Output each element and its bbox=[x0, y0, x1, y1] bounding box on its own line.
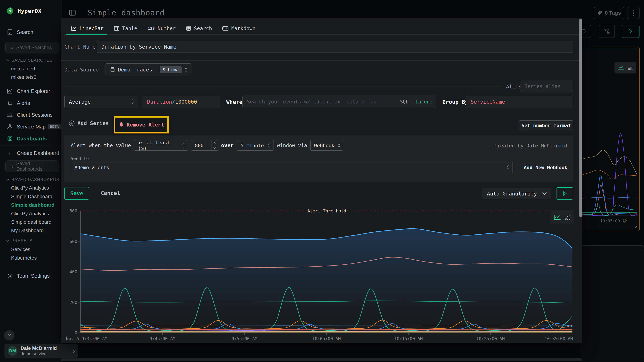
schema-badge: Schema bbox=[160, 66, 182, 73]
saved-searches-input[interactable]: Saved Searches bbox=[5, 42, 59, 53]
help-button[interactable]: ? bbox=[4, 330, 14, 341]
run-query-button[interactable] bbox=[556, 187, 573, 199]
create-dashboard-button[interactable]: Create Dashboard bbox=[0, 149, 62, 158]
tab-markdown[interactable]: Markdown bbox=[222, 24, 256, 33]
saved-dashboard-item-active[interactable]: Simple dashboard bbox=[11, 202, 54, 208]
avatar: DM bbox=[8, 346, 17, 356]
alert-prefix: Alert when the value bbox=[71, 143, 131, 149]
chart-type-toggle[interactable] bbox=[550, 210, 574, 224]
dashboard-play-button[interactable] bbox=[622, 25, 640, 38]
saved-searches-placeholder: Saved Searches bbox=[16, 45, 52, 50]
user-card[interactable]: DM Dale McDiarmid demo-service - › bbox=[4, 344, 78, 358]
preset-item[interactable]: Services bbox=[11, 247, 30, 252]
123-icon: 123 bbox=[148, 26, 155, 31]
saved-dashboard-item[interactable]: ClickPy Analytics bbox=[11, 211, 49, 216]
divider bbox=[0, 39, 62, 39]
saved-dashboard-item[interactable]: ClickPy Analytics bbox=[11, 185, 49, 191]
alert-channel-select[interactable]: Webhook bbox=[310, 140, 343, 151]
horizontal-scrollbar[interactable] bbox=[61, 359, 582, 361]
chart-type-tabs: Line/Bar Table 123 Number Search Markdow… bbox=[71, 24, 256, 33]
add-series-button[interactable]: Add Series bbox=[69, 120, 109, 126]
sidebar-item-chart-explorer[interactable]: Chart Explorer bbox=[0, 86, 62, 96]
sidebar-collapse-button[interactable] bbox=[69, 9, 76, 16]
data-source-label: Data Source bbox=[64, 67, 99, 73]
markdown-icon bbox=[222, 26, 228, 31]
search-events-input[interactable]: Search your events w/ Lucene ex. column:… bbox=[242, 96, 436, 108]
saved-dashboard-item[interactable]: My Dashboard bbox=[11, 228, 44, 233]
saved-searches-header[interactable]: SAVED SEARCHES bbox=[6, 58, 52, 63]
series-field-input[interactable]: Duration/1000000 bbox=[142, 96, 220, 108]
remove-alert-button-highlighted[interactable]: Remove Alert bbox=[114, 116, 169, 134]
play-icon bbox=[628, 29, 633, 34]
presets-header[interactable]: PRESETS bbox=[6, 238, 32, 243]
magnifier-icon bbox=[9, 45, 14, 50]
sidebar-item-team-settings[interactable]: Team Settings bbox=[0, 271, 62, 281]
resize-handle-icon[interactable] bbox=[634, 225, 638, 228]
set-number-format-button[interactable]: Set number format bbox=[519, 120, 573, 130]
preset-item[interactable]: Kubernetes bbox=[11, 255, 37, 261]
bell-icon bbox=[118, 122, 124, 128]
plus-icon bbox=[7, 151, 13, 156]
sidebar-item-label: Client Sessions bbox=[17, 112, 52, 118]
tab-table[interactable]: Table bbox=[114, 24, 137, 33]
saved-dashboards-header[interactable]: SAVED DASHBOARDS bbox=[6, 177, 60, 182]
alert-condition-select[interactable]: is at least (≥) bbox=[134, 140, 188, 151]
help-label: ? bbox=[8, 332, 11, 339]
sidebar-item-service-map[interactable]: Service Map BETA bbox=[0, 122, 62, 132]
service-map-icon bbox=[7, 124, 13, 129]
save-button[interactable]: Save bbox=[64, 187, 89, 199]
alert-window-select[interactable]: 5 minute bbox=[237, 140, 274, 151]
sidebar-item-alerts[interactable]: Alerts bbox=[0, 98, 62, 108]
cancel-button[interactable]: Cancel bbox=[101, 190, 120, 196]
sql-toggle[interactable]: SQL bbox=[400, 99, 408, 105]
brand: HyperDX bbox=[0, 7, 62, 15]
sidebar-item-client-sessions[interactable]: Client Sessions bbox=[0, 110, 62, 120]
dashboard-tile-highlighted[interactable] bbox=[580, 47, 640, 231]
bar-chart-icon[interactable] bbox=[565, 214, 570, 220]
tab-line-bar[interactable]: Line/Bar bbox=[71, 24, 104, 33]
group-by-input[interactable]: ServiceName bbox=[466, 96, 573, 108]
alert-threshold-input[interactable]: 800 bbox=[191, 140, 218, 151]
saved-search-item[interactable]: mikes alert bbox=[11, 66, 35, 72]
search-doc-icon bbox=[7, 29, 13, 35]
bar-chart-icon[interactable] bbox=[628, 65, 634, 70]
chart-type-toggle[interactable] bbox=[614, 62, 636, 73]
tab-search[interactable]: Search bbox=[186, 24, 212, 33]
saved-search-item[interactable]: mikes tets2 bbox=[11, 74, 36, 80]
chart-name-input[interactable] bbox=[97, 41, 573, 53]
line-chart-icon[interactable] bbox=[554, 214, 561, 220]
select-updown-icon bbox=[184, 67, 188, 72]
sidebar-item-search[interactable]: Search bbox=[0, 27, 62, 37]
granularity-select[interactable]: Auto Granularity bbox=[482, 188, 551, 199]
saved-dashboard-item[interactable]: Simple dashboard bbox=[11, 219, 52, 225]
sidebar-item-dashboards[interactable]: Dashboards bbox=[0, 134, 62, 144]
data-source-select[interactable]: Demo Traces Schema bbox=[106, 63, 192, 76]
expr-token: / bbox=[172, 99, 175, 105]
dashboards-icon bbox=[7, 136, 13, 141]
series-alias-input[interactable] bbox=[520, 81, 573, 92]
chevron-down-icon bbox=[6, 240, 9, 242]
tab-number[interactable]: 123 Number bbox=[148, 24, 176, 33]
saved-dashboard-item[interactable]: Simple Dashboard bbox=[11, 194, 52, 199]
number-stepper[interactable] bbox=[211, 140, 218, 151]
dashboard-tile[interactable] bbox=[580, 245, 644, 362]
table-icon bbox=[114, 26, 119, 31]
aggregation-select[interactable]: Average bbox=[64, 96, 138, 108]
where-label: Where bbox=[226, 99, 242, 105]
filter-button[interactable] bbox=[599, 25, 615, 38]
webhook-select[interactable]: #demo-alerts bbox=[71, 162, 513, 173]
svg-text:200: 200 bbox=[70, 300, 77, 305]
svg-text:10:25:00 AM: 10:25:00 AM bbox=[476, 336, 505, 341]
tags-button[interactable]: 0 Tags bbox=[594, 7, 624, 19]
preview-chart-svg: 0200400600800Nov 6 9:35:00 AM9:45:00 AM9… bbox=[65, 204, 573, 343]
saved-dashboards-input[interactable]: Saved Dashboards bbox=[5, 161, 59, 172]
modal-scrollbar[interactable] bbox=[580, 18, 582, 217]
svg-text:0: 0 bbox=[75, 330, 77, 335]
chart-explorer-icon bbox=[7, 88, 13, 94]
kebab-menu-button[interactable] bbox=[628, 7, 640, 19]
sidebar-item-label: Service Map bbox=[17, 124, 46, 130]
send-to-label: Send to bbox=[71, 156, 89, 161]
line-chart-icon[interactable] bbox=[617, 65, 624, 70]
add-new-webhook-button[interactable]: Add New Webhook bbox=[524, 165, 568, 170]
lucene-toggle[interactable]: Lucene bbox=[416, 99, 432, 105]
